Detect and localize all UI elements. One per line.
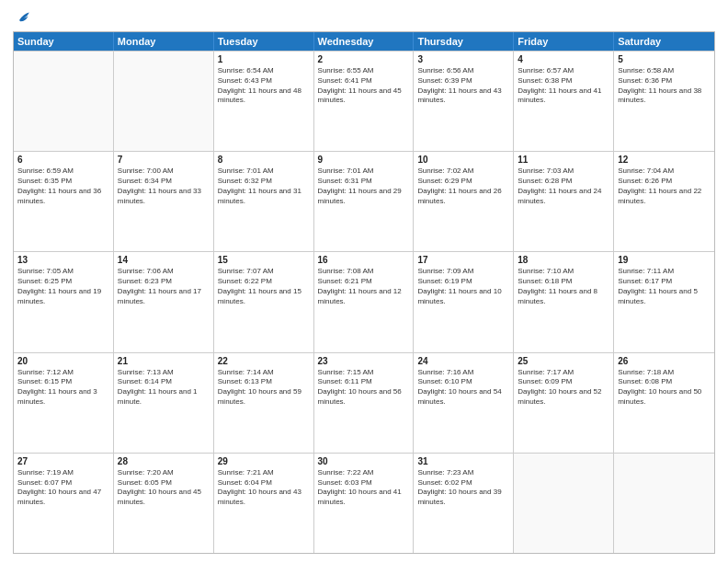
calendar-day-31: 31Sunrise: 7:23 AM Sunset: 6:02 PM Dayli… [414,454,514,553]
header-day-thursday: Thursday [414,32,514,51]
day-number: 31 [417,456,509,466]
calendar-day-13: 13Sunrise: 7:05 AM Sunset: 6:25 PM Dayli… [14,252,114,351]
day-info: Sunrise: 7:13 AM Sunset: 6:14 PM Dayligh… [118,368,210,408]
day-number: 21 [118,356,210,366]
calendar-day-26: 26Sunrise: 7:18 AM Sunset: 6:08 PM Dayli… [614,353,714,453]
calendar-week-4: 20Sunrise: 7:12 AM Sunset: 6:15 PM Dayli… [14,352,714,453]
calendar-day-14: 14Sunrise: 7:06 AM Sunset: 6:23 PM Dayli… [114,252,214,351]
calendar-day-5: 5Sunrise: 6:58 AM Sunset: 6:36 PM Daylig… [614,52,714,151]
calendar-day-7: 7Sunrise: 7:00 AM Sunset: 6:34 PM Daylig… [114,152,214,251]
calendar-week-3: 13Sunrise: 7:05 AM Sunset: 6:25 PM Dayli… [14,251,714,351]
day-number: 4 [518,54,609,64]
calendar-day-12: 12Sunrise: 7:04 AM Sunset: 6:26 PM Dayli… [614,152,714,251]
day-number: 27 [17,456,109,466]
day-number: 22 [218,356,310,366]
day-info: Sunrise: 7:01 AM Sunset: 6:32 PM Dayligh… [218,167,310,206]
day-info: Sunrise: 7:22 AM Sunset: 6:03 PM Dayligh… [318,468,410,508]
calendar-day-29: 29Sunrise: 7:21 AM Sunset: 6:04 PM Dayli… [214,454,314,553]
day-info: Sunrise: 7:05 AM Sunset: 6:25 PM Dayligh… [17,267,109,306]
calendar-header: SundayMondayTuesdayWednesdayThursdayFrid… [14,32,714,51]
day-info: Sunrise: 7:00 AM Sunset: 6:34 PM Dayligh… [118,167,210,206]
day-info: Sunrise: 7:09 AM Sunset: 6:19 PM Dayligh… [417,267,509,306]
day-info: Sunrise: 7:14 AM Sunset: 6:13 PM Dayligh… [218,368,310,408]
day-info: Sunrise: 6:55 AM Sunset: 6:41 PM Dayligh… [318,66,410,106]
day-info: Sunrise: 6:58 AM Sunset: 6:36 PM Dayligh… [618,66,711,106]
day-number: 20 [17,356,109,366]
calendar-day-1: 1Sunrise: 6:54 AM Sunset: 6:43 PM Daylig… [214,52,314,151]
header-day-wednesday: Wednesday [314,32,415,51]
calendar-day-empty [114,52,214,151]
calendar: SundayMondayTuesdayWednesdayThursdayFrid… [13,31,715,554]
calendar-week-1: 1Sunrise: 6:54 AM Sunset: 6:43 PM Daylig… [14,51,714,151]
day-info: Sunrise: 7:07 AM Sunset: 6:22 PM Dayligh… [218,267,310,306]
calendar-day-17: 17Sunrise: 7:09 AM Sunset: 6:19 PM Dayli… [414,252,514,351]
day-number: 13 [17,255,109,265]
day-info: Sunrise: 7:11 AM Sunset: 6:17 PM Dayligh… [618,267,711,306]
day-number: 28 [118,456,210,466]
calendar-day-25: 25Sunrise: 7:17 AM Sunset: 6:09 PM Dayli… [514,353,614,453]
header-day-saturday: Saturday [614,32,714,51]
calendar-day-8: 8Sunrise: 7:01 AM Sunset: 6:32 PM Daylig… [214,152,314,251]
calendar-day-15: 15Sunrise: 7:07 AM Sunset: 6:22 PM Dayli… [214,252,314,351]
day-info: Sunrise: 7:06 AM Sunset: 6:23 PM Dayligh… [118,267,210,306]
calendar-day-28: 28Sunrise: 7:20 AM Sunset: 6:05 PM Dayli… [114,454,214,553]
day-info: Sunrise: 7:02 AM Sunset: 6:29 PM Dayligh… [417,167,509,206]
calendar-day-2: 2Sunrise: 6:55 AM Sunset: 6:41 PM Daylig… [314,52,415,151]
day-number: 30 [318,456,410,466]
day-number: 9 [318,155,410,165]
calendar-day-19: 19Sunrise: 7:11 AM Sunset: 6:17 PM Dayli… [614,252,714,351]
calendar-day-3: 3Sunrise: 6:56 AM Sunset: 6:39 PM Daylig… [414,52,514,151]
calendar-container: SundayMondayTuesdayWednesdayThursdayFrid… [0,0,728,563]
day-info: Sunrise: 6:59 AM Sunset: 6:35 PM Dayligh… [17,167,109,206]
calendar-day-18: 18Sunrise: 7:10 AM Sunset: 6:18 PM Dayli… [514,252,614,351]
day-number: 25 [518,356,609,366]
day-number: 23 [318,356,410,366]
header-day-monday: Monday [114,32,214,51]
day-info: Sunrise: 6:54 AM Sunset: 6:43 PM Dayligh… [218,66,310,106]
logo-bird-icon [14,9,30,26]
day-number: 14 [118,255,210,265]
day-info: Sunrise: 6:57 AM Sunset: 6:38 PM Dayligh… [518,66,609,106]
day-info: Sunrise: 7:12 AM Sunset: 6:15 PM Dayligh… [17,368,109,408]
calendar-day-20: 20Sunrise: 7:12 AM Sunset: 6:15 PM Dayli… [14,353,114,453]
day-number: 3 [417,54,509,64]
calendar-day-10: 10Sunrise: 7:02 AM Sunset: 6:29 PM Dayli… [414,152,514,251]
calendar-week-2: 6Sunrise: 6:59 AM Sunset: 6:35 PM Daylig… [14,151,714,251]
calendar-day-22: 22Sunrise: 7:14 AM Sunset: 6:13 PM Dayli… [214,353,314,453]
day-number: 10 [417,155,509,165]
day-info: Sunrise: 7:03 AM Sunset: 6:28 PM Dayligh… [518,167,609,206]
day-info: Sunrise: 7:15 AM Sunset: 6:11 PM Dayligh… [318,368,410,408]
calendar-day-30: 30Sunrise: 7:22 AM Sunset: 6:03 PM Dayli… [314,454,415,553]
calendar-day-21: 21Sunrise: 7:13 AM Sunset: 6:14 PM Dayli… [114,353,214,453]
day-number: 1 [218,54,310,64]
calendar-day-24: 24Sunrise: 7:16 AM Sunset: 6:10 PM Dayli… [414,353,514,453]
header [13,9,715,26]
header-day-sunday: Sunday [14,32,114,51]
day-info: Sunrise: 7:18 AM Sunset: 6:08 PM Dayligh… [618,368,711,408]
calendar-day-9: 9Sunrise: 7:01 AM Sunset: 6:31 PM Daylig… [314,152,415,251]
calendar-week-5: 27Sunrise: 7:19 AM Sunset: 6:07 PM Dayli… [14,453,714,553]
calendar-day-6: 6Sunrise: 6:59 AM Sunset: 6:35 PM Daylig… [14,152,114,251]
day-number: 12 [618,155,711,165]
day-number: 7 [118,155,210,165]
calendar-day-4: 4Sunrise: 6:57 AM Sunset: 6:38 PM Daylig… [514,52,614,151]
calendar-day-empty [614,454,714,553]
day-number: 6 [17,155,109,165]
day-info: Sunrise: 7:04 AM Sunset: 6:26 PM Dayligh… [618,167,711,206]
day-number: 2 [318,54,410,64]
calendar-day-23: 23Sunrise: 7:15 AM Sunset: 6:11 PM Dayli… [314,353,415,453]
day-info: Sunrise: 6:56 AM Sunset: 6:39 PM Dayligh… [417,66,509,106]
day-info: Sunrise: 7:19 AM Sunset: 6:07 PM Dayligh… [17,468,109,508]
calendar-day-empty [514,454,614,553]
header-day-tuesday: Tuesday [214,32,314,51]
day-number: 26 [618,356,711,366]
day-info: Sunrise: 7:16 AM Sunset: 6:10 PM Dayligh… [417,368,509,408]
day-number: 15 [218,255,310,265]
logo [13,9,30,26]
day-number: 24 [417,356,509,366]
calendar-day-11: 11Sunrise: 7:03 AM Sunset: 6:28 PM Dayli… [514,152,614,251]
day-info: Sunrise: 7:01 AM Sunset: 6:31 PM Dayligh… [318,167,410,206]
day-info: Sunrise: 7:10 AM Sunset: 6:18 PM Dayligh… [518,267,609,306]
calendar-body: 1Sunrise: 6:54 AM Sunset: 6:43 PM Daylig… [14,51,714,553]
day-number: 11 [518,155,609,165]
